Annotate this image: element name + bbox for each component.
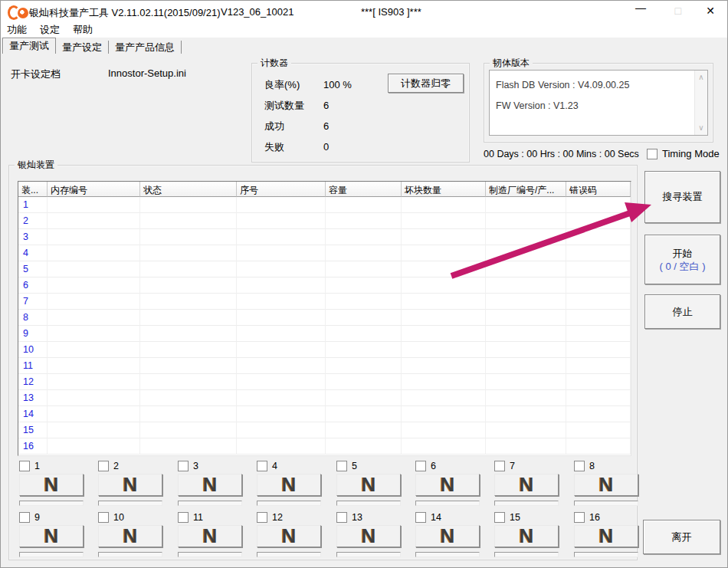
slot-progress-bar <box>257 501 321 506</box>
slot-status-indicator[interactable]: N <box>336 474 401 496</box>
table-cell <box>48 310 140 326</box>
menu-item[interactable]: 功能 <box>7 23 27 37</box>
slot-status-indicator[interactable]: N <box>415 474 480 496</box>
slot-checkbox[interactable] <box>19 461 30 471</box>
slot-checkbox-row: 1 <box>19 461 85 471</box>
table-cell <box>237 390 326 406</box>
table-row[interactable]: 15 <box>18 422 631 438</box>
timing-mode[interactable]: Timing Mode <box>647 148 720 159</box>
device-slot: 6N <box>415 461 481 507</box>
table-cell <box>140 326 237 342</box>
table-row[interactable]: 14 <box>18 406 631 422</box>
table-row[interactable]: 13 <box>18 390 631 406</box>
table-row[interactable]: 1 <box>18 197 631 213</box>
row-number-cell: 4 <box>18 245 48 261</box>
timing-mode-checkbox[interactable] <box>647 149 657 159</box>
slot-status-indicator[interactable]: N <box>98 525 162 547</box>
slot-status-indicator[interactable]: N <box>19 525 84 547</box>
table-row[interactable]: 10 <box>18 342 631 358</box>
table-row[interactable]: 6 <box>18 277 631 294</box>
table-row[interactable]: 2 <box>18 213 631 229</box>
table-row[interactable]: 11 <box>18 358 631 374</box>
slot-status-indicator[interactable]: N <box>336 525 401 547</box>
table-cell <box>237 245 326 261</box>
menu-item[interactable]: 设定 <box>40 23 60 37</box>
table-cell <box>326 374 402 390</box>
slot-status-indicator[interactable]: N <box>494 525 559 547</box>
scrollbar[interactable]: ∧ ∨ <box>694 71 707 135</box>
title-bar: 银灿科技量产工具 V2.11.02.11(2015/09/21) V123_06… <box>1 1 727 22</box>
table-row[interactable]: 16 <box>18 438 631 455</box>
scroll-up-icon[interactable]: ∧ <box>695 73 707 82</box>
window-title: 银灿科技量产工具 V2.11.02.11(2015/09/21) <box>29 6 221 20</box>
column-header[interactable]: 状态 <box>140 182 237 197</box>
table-cell <box>48 358 140 374</box>
device-slot: 9N <box>19 512 85 558</box>
slot-checkbox[interactable] <box>19 512 30 523</box>
table-row[interactable]: 12 <box>18 374 631 390</box>
column-header[interactable]: 错误码 <box>566 182 631 197</box>
slot-status-indicator[interactable]: N <box>415 525 480 547</box>
device-slot: 1N <box>19 461 85 507</box>
table-row[interactable]: 3 <box>18 229 631 245</box>
slot-checkbox[interactable] <box>415 461 426 471</box>
close-icon[interactable]: ✕ <box>706 5 715 17</box>
column-header[interactable]: 内存编号 <box>48 182 140 197</box>
slot-checkbox[interactable] <box>494 512 505 523</box>
slot-status-indicator[interactable]: N <box>257 525 321 547</box>
slot-checkbox[interactable] <box>336 461 347 471</box>
slot-progress-bar <box>415 501 480 506</box>
slot-status-indicator[interactable]: N <box>257 474 321 496</box>
slot-checkbox[interactable] <box>574 512 585 523</box>
slot-status-indicator[interactable]: N <box>178 474 242 496</box>
slot-checkbox[interactable] <box>494 461 505 471</box>
slot-checkbox-row: 6 <box>415 461 481 471</box>
slot-status-indicator[interactable]: N <box>19 474 84 496</box>
slot-status-indicator[interactable]: N <box>494 474 559 496</box>
slot-checkbox[interactable] <box>336 512 347 523</box>
slot-status-indicator[interactable]: N <box>574 474 638 496</box>
slot-checkbox[interactable] <box>178 461 189 471</box>
menu-item[interactable]: 帮助 <box>73 23 93 37</box>
slot-progress-bar <box>178 501 242 506</box>
counter-value: 6 <box>323 120 329 132</box>
timing-mode-label: Timing Mode <box>662 148 720 159</box>
column-header[interactable]: 装... <box>18 182 48 197</box>
slot-status-indicator[interactable]: N <box>178 525 242 547</box>
stop-button[interactable]: 停止 <box>644 294 720 329</box>
tab-1[interactable]: 量产设定 <box>56 41 109 54</box>
start-button[interactable]: 开始 ( 0 / 空白 ) <box>644 235 720 284</box>
table-cell <box>566 358 631 374</box>
scroll-down-icon[interactable]: ∨ <box>695 123 707 133</box>
table-cell <box>402 261 486 277</box>
counter-reset-button[interactable]: 计数器归零 <box>388 74 464 93</box>
column-header[interactable]: 制造厂编号/产... <box>486 182 566 197</box>
table-row[interactable]: 5 <box>18 261 631 277</box>
table-row[interactable]: 4 <box>18 245 631 261</box>
elapsed-time: 00 Days : 00 Hrs : 00 Mins : 00 Secs <box>484 149 639 159</box>
table-row[interactable]: 9 <box>18 326 631 342</box>
slot-checkbox-row: 4 <box>257 461 323 471</box>
tab-0[interactable]: 量产测试 <box>2 38 56 54</box>
search-devices-button[interactable]: 搜寻装置 <box>644 171 720 223</box>
column-header[interactable]: 容量 <box>326 182 402 197</box>
slot-status-indicator[interactable]: N <box>98 474 162 496</box>
slot-checkbox[interactable] <box>178 512 189 523</box>
table-cell <box>486 374 566 390</box>
slot-checkbox[interactable] <box>415 512 426 523</box>
table-row[interactable]: 7 <box>18 294 631 310</box>
table-row[interactable]: 8 <box>18 310 631 326</box>
device-slot: 13N <box>336 512 402 558</box>
column-header[interactable]: 坏块数量 <box>402 182 486 197</box>
tab-2[interactable]: 量产产品信息 <box>109 41 182 54</box>
exit-button[interactable]: 离开 <box>643 520 720 554</box>
minimize-icon[interactable]: — <box>635 2 646 14</box>
slot-checkbox-row: 2 <box>98 461 164 471</box>
slot-checkbox[interactable] <box>574 461 585 471</box>
slot-checkbox[interactable] <box>257 461 267 471</box>
slot-status-indicator[interactable]: N <box>574 525 638 547</box>
column-header[interactable]: 序号 <box>237 182 326 197</box>
slot-checkbox[interactable] <box>98 512 109 523</box>
slot-checkbox[interactable] <box>257 512 267 523</box>
slot-checkbox[interactable] <box>98 461 109 471</box>
